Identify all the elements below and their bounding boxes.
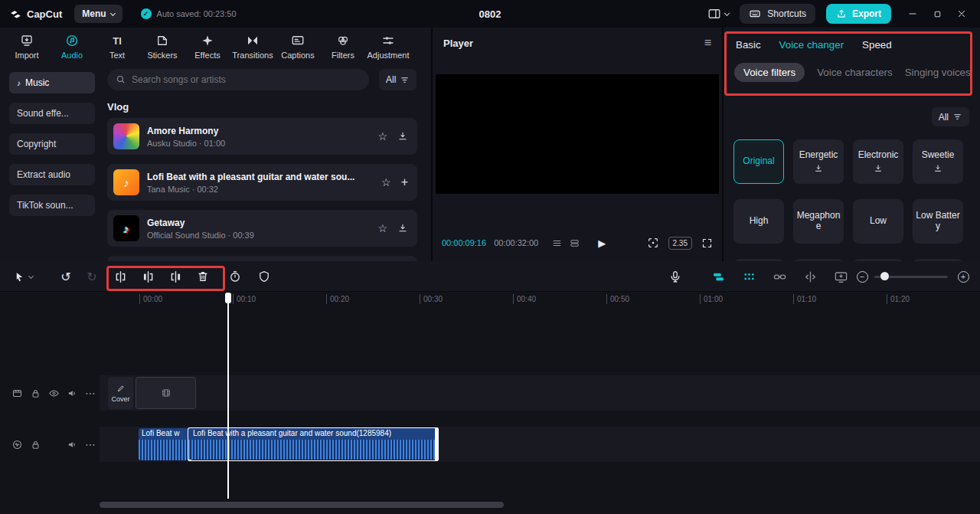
sidebar-item-copyright[interactable]: Copyright xyxy=(9,133,95,155)
tab-adjustment[interactable]: Adjustment xyxy=(366,34,410,60)
lock-icon[interactable] xyxy=(29,438,41,450)
search-input[interactable] xyxy=(107,69,369,90)
list-lines-icon[interactable] xyxy=(552,238,562,248)
playhead-line[interactable] xyxy=(227,293,229,499)
ruler-label: 00:50 xyxy=(606,294,629,304)
export-button[interactable]: Export xyxy=(826,4,891,24)
more-options-icon[interactable]: ⋯ xyxy=(84,438,96,450)
video-clip[interactable] xyxy=(136,377,196,409)
media-tab-bar: Import Audio TI Text Stickers Effects Tr… xyxy=(0,28,431,66)
subtab-voice-filters[interactable]: Voice filters xyxy=(734,63,805,82)
minimize-button[interactable] xyxy=(902,3,923,25)
zoom-slider-knob[interactable] xyxy=(880,272,889,280)
tab-captions[interactable]: Captions xyxy=(276,34,320,60)
download-icon[interactable] xyxy=(397,223,408,234)
tab-basic[interactable]: Basic xyxy=(736,39,761,51)
sidebar-item-extract-audio[interactable]: Extract audio xyxy=(9,164,95,185)
lock-icon[interactable] xyxy=(29,387,41,399)
zoom-out-icon[interactable]: − xyxy=(853,267,871,286)
eye-icon[interactable] xyxy=(47,387,60,399)
delete-icon[interactable] xyxy=(194,267,212,286)
split-arrows-icon[interactable] xyxy=(801,267,819,286)
tab-filters[interactable]: Filters xyxy=(321,34,365,60)
timeline-scrollbar xyxy=(100,502,980,508)
close-button[interactable] xyxy=(951,3,972,25)
sidebar-item-sound-effects[interactable]: Sound effe... xyxy=(9,103,95,124)
voice-card-energetic[interactable]: Energetic xyxy=(793,139,844,184)
captions-icon xyxy=(291,34,305,47)
player-menu-icon[interactable]: ≡ xyxy=(704,36,711,50)
tab-text[interactable]: TI Text xyxy=(95,34,139,60)
song-row[interactable]: Amore Harmony Ausku Studio · 01:00 ☆ xyxy=(107,118,417,155)
dots-grid-icon[interactable] xyxy=(740,267,758,286)
video-preview[interactable] xyxy=(436,74,719,194)
link-icon[interactable] xyxy=(770,267,789,286)
redo-icon[interactable]: ↻ xyxy=(83,267,101,286)
microphone-icon[interactable] xyxy=(666,267,684,286)
menu-button[interactable]: Menu xyxy=(74,5,122,23)
speaker-icon[interactable] xyxy=(66,387,78,399)
voice-card-high[interactable]: High xyxy=(733,199,784,244)
audio-clip-selected[interactable]: Lofi Beat with a pleasant guitar and wat… xyxy=(188,427,439,461)
aspect-ratio-button[interactable]: 2.35 xyxy=(668,237,692,250)
fullscreen-icon[interactable] xyxy=(701,237,713,249)
shortcuts-button[interactable]: Shortcuts xyxy=(740,4,815,24)
audio-clip-left[interactable]: Lofi Beat w xyxy=(139,428,188,460)
tab-audio[interactable]: Audio xyxy=(50,34,94,60)
tab-transitions[interactable]: Transitions xyxy=(230,34,275,60)
song-row[interactable]: ♪ Getaway Official Sound Studio · 00:39 … xyxy=(107,210,417,247)
tab-speed[interactable]: Speed xyxy=(862,39,892,51)
play-button[interactable]: ▶ xyxy=(598,237,606,249)
favorite-star-icon[interactable]: ☆ xyxy=(377,130,387,142)
tab-effects[interactable]: Effects xyxy=(185,34,230,60)
favorite-star-icon[interactable]: ☆ xyxy=(381,176,391,188)
tab-import[interactable]: Import xyxy=(5,34,49,60)
audio-wave-icon[interactable] xyxy=(11,438,23,450)
album-art xyxy=(113,123,139,149)
transition-icon xyxy=(246,34,260,47)
voice-card-low[interactable]: Low xyxy=(853,199,903,244)
song-row[interactable]: ♪ Lofi Beat with a pleasant guitar and w… xyxy=(107,164,417,201)
list-frames-icon[interactable] xyxy=(570,238,580,248)
shield-icon[interactable] xyxy=(255,267,273,286)
layers-icon[interactable] xyxy=(709,267,727,286)
voice-card-low-battery[interactable]: Low Battery xyxy=(913,199,963,244)
favorite-star-icon[interactable]: ☆ xyxy=(377,222,387,234)
clapper-icon[interactable] xyxy=(11,387,23,399)
timeline-ruler[interactable]: 00:00 00:10 00:20 00:30 00:40 00:50 01:0… xyxy=(0,292,980,307)
download-icon[interactable] xyxy=(397,131,408,142)
playhead-handle[interactable] xyxy=(225,293,231,303)
cover-button[interactable]: Cover xyxy=(108,377,133,409)
layout-switch-button[interactable] xyxy=(707,7,729,21)
voice-filter-button[interactable]: All xyxy=(932,107,969,126)
timer-icon[interactable] xyxy=(226,267,244,286)
sidebar-item-tiktok-sounds[interactable]: TikTok soun... xyxy=(9,195,95,216)
zoom-in-icon[interactable]: + xyxy=(954,267,972,286)
undo-icon[interactable]: ↺ xyxy=(57,267,75,286)
add-icon[interactable]: + xyxy=(401,175,408,189)
total-timecode: 00:00:32:00 xyxy=(494,238,538,247)
subtab-singing-voices[interactable]: Singing voices xyxy=(905,67,971,78)
tab-voice-changer[interactable]: Voice changer xyxy=(779,39,844,51)
delete-left-icon[interactable] xyxy=(139,267,157,286)
subtab-voice-characters[interactable]: Voice characters xyxy=(817,67,893,78)
select-tool-button[interactable] xyxy=(9,267,37,286)
scrollbar-thumb[interactable] xyxy=(100,502,504,508)
maximize-button[interactable] xyxy=(926,3,948,25)
ruler-label: 00:30 xyxy=(420,294,443,304)
keyboard-icon xyxy=(749,8,761,20)
media-filter-button[interactable]: All xyxy=(379,69,416,90)
screen-arrow-icon[interactable] xyxy=(831,267,850,286)
voice-card-megaphone[interactable]: Megaphone xyxy=(793,199,844,244)
delete-right-icon[interactable] xyxy=(166,267,185,286)
voice-card-original[interactable]: Original xyxy=(733,139,784,184)
speaker-icon[interactable] xyxy=(66,438,78,450)
split-icon[interactable] xyxy=(111,267,129,286)
focus-frame-icon[interactable] xyxy=(647,237,659,249)
sidebar-item-music[interactable]: ♪ Music xyxy=(9,72,95,93)
voice-card-electronic[interactable]: Electronic xyxy=(853,139,903,184)
ruler-label: 01:20 xyxy=(887,294,910,304)
tab-stickers[interactable]: Stickers xyxy=(140,34,185,60)
more-options-icon[interactable]: ⋯ xyxy=(84,387,96,399)
voice-card-sweetie[interactable]: Sweetie xyxy=(913,139,963,184)
